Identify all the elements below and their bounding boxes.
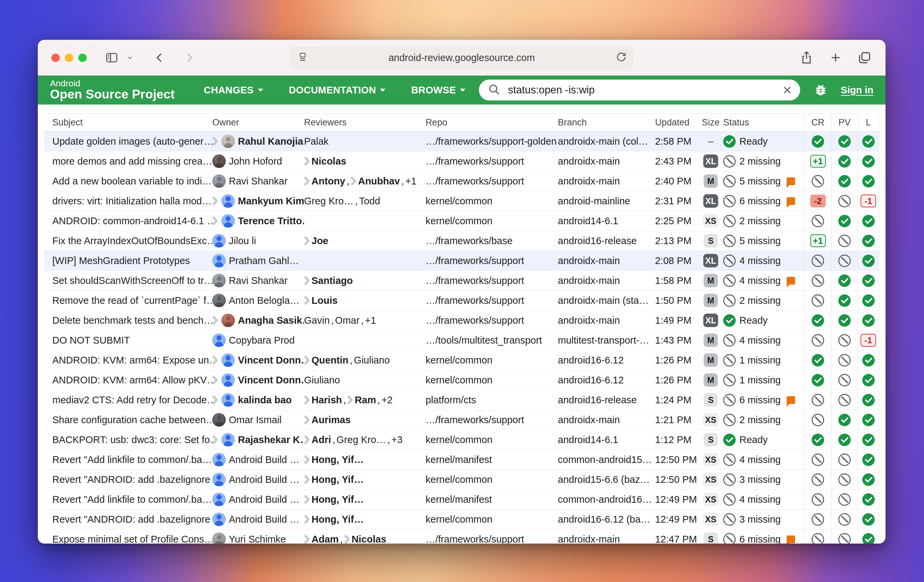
owner-name[interactable]: Android Build … <box>229 494 300 505</box>
change-repo[interactable]: …/frameworks/support <box>426 251 558 270</box>
reviewer-name[interactable]: Anubhav <box>358 176 400 187</box>
close-window-button[interactable] <box>51 54 60 62</box>
change-owner[interactable]: Pratham Gahl… <box>212 251 304 270</box>
reviewer-name[interactable]: Hong, Yif… <box>312 474 364 485</box>
change-owner[interactable]: Mankyum Kim <box>212 191 304 211</box>
table-row[interactable]: ANDROID: KVM: arm64: Expose un… Vincent … <box>44 350 879 370</box>
owner-name[interactable]: Anagha Sasik… <box>238 315 304 326</box>
owner-name[interactable]: Pratham Gahl… <box>229 255 299 266</box>
table-row[interactable]: mediav2 CTS: Add retry for Decode… kalin… <box>44 390 879 410</box>
change-owner[interactable]: Android Build … <box>212 450 304 469</box>
change-repo[interactable]: …/frameworks/support <box>426 151 558 171</box>
change-subject[interactable]: ANDROID: KVM: arm64: Allow pKV… <box>44 370 212 390</box>
owner-name[interactable]: Rajashekar K… <box>238 434 304 446</box>
reviewer-name[interactable]: Todd <box>359 196 380 207</box>
reviewer-name[interactable]: +2 <box>381 395 393 406</box>
table-row[interactable]: Add a new boolean variable to indi… Ravi… <box>44 171 879 191</box>
address-bar[interactable]: android-review.googlesource.com <box>290 46 633 69</box>
change-branch[interactable]: multitest-transport-… <box>558 330 655 350</box>
change-reviewers[interactable]: Hong, Yif… <box>304 450 426 469</box>
owner-name[interactable]: Copybara Prod <box>229 335 295 346</box>
reviewer-name[interactable]: Nicolas <box>351 534 386 544</box>
zoom-window-button[interactable] <box>78 54 87 62</box>
change-repo[interactable]: platform/cts <box>426 390 558 410</box>
table-row[interactable]: Share configuration cache between… Omar … <box>44 410 879 430</box>
table-row[interactable]: BACKPORT: usb: dwc3: core: Set fo… Rajas… <box>44 430 879 450</box>
reviewer-name[interactable]: Adam <box>312 534 339 544</box>
menu-changes[interactable]: CHANGES <box>204 85 263 96</box>
owner-name[interactable]: Android Build … <box>229 474 300 485</box>
table-row[interactable]: Delete benchmark tests and bench… Anagha… <box>44 311 879 330</box>
reviewer-name[interactable]: Palak <box>304 136 329 147</box>
change-reviewers[interactable]: Harish, Ram, +2 <box>304 390 426 410</box>
change-repo[interactable]: …/frameworks/support <box>426 271 558 290</box>
change-owner[interactable]: Ravi Shankar <box>212 271 304 290</box>
reviewer-name[interactable]: Joe <box>312 235 328 247</box>
change-repo[interactable]: …/frameworks/base <box>426 231 558 250</box>
change-reviewers[interactable]: Hong, Yif… <box>304 470 426 489</box>
change-owner[interactable]: Android Build … <box>212 490 304 509</box>
change-reviewers[interactable]: Nicolas <box>304 151 426 171</box>
change-reviewers[interactable]: Palak <box>304 132 426 151</box>
change-subject[interactable]: BACKPORT: usb: dwc3: core: Set fo… <box>44 430 212 449</box>
menu-documentation[interactable]: DOCUMENTATION <box>289 85 386 96</box>
change-subject[interactable]: Set shouldScanWithScreenOff to tr… <box>44 271 212 290</box>
change-owner[interactable]: Terence Tritto… <box>212 211 304 231</box>
table-row[interactable]: Revert "ANDROID: add .bazelignore … Andr… <box>44 510 879 529</box>
table-row[interactable]: Revert "Add linkfile to common/.ba… Andr… <box>44 490 879 510</box>
reviewer-name[interactable]: Antony <box>312 176 345 187</box>
change-branch[interactable]: common-android16… <box>558 490 655 509</box>
change-reviewers[interactable]: Hong, Yif… <box>304 510 426 529</box>
change-subject[interactable]: drivers: virt: Initialization halla mod… <box>44 191 212 211</box>
change-owner[interactable]: Copybara Prod <box>212 330 304 350</box>
change-repo[interactable]: …/frameworks/support-golden <box>426 132 558 151</box>
change-reviewers[interactable]: Antony, Anubhav, +1 <box>304 171 426 191</box>
owner-name[interactable]: Yuri Schimke <box>229 534 286 544</box>
table-row[interactable]: [WIP] MeshGradient Prototypes Pratham Ga… <box>44 251 879 271</box>
change-subject[interactable]: Add a new boolean variable to indi… <box>44 171 212 191</box>
change-branch[interactable]: android-mainline <box>558 191 655 211</box>
table-row[interactable]: Remove the read of `currentPage` f… Anto… <box>44 291 879 311</box>
change-owner[interactable]: Vincent Donn… <box>212 350 304 370</box>
owner-name[interactable]: kalinda bao <box>238 395 292 406</box>
change-branch[interactable]: androidx-main <box>558 529 655 544</box>
change-branch[interactable]: androidx-main <box>558 171 655 191</box>
reviewer-name[interactable]: Adri <box>312 434 331 446</box>
change-reviewers[interactable] <box>304 330 426 350</box>
change-repo[interactable]: kernel/manifest <box>426 450 558 469</box>
change-branch[interactable]: androidx-main <box>558 271 655 290</box>
owner-name[interactable]: Vincent Donn… <box>238 355 304 366</box>
change-reviewers[interactable]: Quentin, Giuliano <box>304 350 426 370</box>
reviewer-name[interactable]: Hong, Yif… <box>312 494 364 505</box>
change-repo[interactable]: …/frameworks/support <box>426 291 558 310</box>
change-repo[interactable]: …/frameworks/support <box>426 410 558 429</box>
change-subject[interactable]: Revert "ANDROID: add .bazelignore … <box>44 510 212 529</box>
change-repo[interactable]: kernel/common <box>426 191 558 211</box>
reviewer-name[interactable]: Nicolas <box>312 156 346 167</box>
change-reviewers[interactable]: Giuliano <box>304 370 426 390</box>
change-branch[interactable]: androidx-main <box>558 410 655 429</box>
change-subject[interactable]: Update golden images (auto-gener… <box>44 132 212 151</box>
change-repo[interactable]: …/frameworks/support <box>426 529 558 544</box>
search-bar[interactable]: status:open -is:wip × <box>479 80 800 100</box>
change-subject[interactable]: Revert "ANDROID: add .bazelignore … <box>44 470 212 489</box>
reviewer-name[interactable]: Hong, Yif… <box>312 454 364 465</box>
change-branch[interactable]: androidx-main <box>558 251 655 270</box>
owner-name[interactable]: Omar Ismail <box>229 414 281 426</box>
change-reviewers[interactable]: Hong, Yif… <box>304 490 426 509</box>
change-reviewers[interactable] <box>304 251 426 270</box>
change-owner[interactable]: Vincent Donn… <box>212 370 304 390</box>
table-row[interactable]: more demos and add missing crea… John Ho… <box>44 151 879 171</box>
change-subject[interactable]: Delete benchmark tests and bench… <box>44 311 212 330</box>
change-owner[interactable]: Android Build … <box>212 510 304 529</box>
change-branch[interactable]: android16-6.12 (ba… <box>558 510 655 529</box>
table-row[interactable]: Update golden images (auto-gener… Rahul … <box>44 132 879 151</box>
reviewer-name[interactable]: +3 <box>391 434 403 446</box>
owner-name[interactable]: Rahul Kanojia <box>238 136 303 147</box>
table-row[interactable]: ANDROID: common-android14-6.1 … Terence … <box>44 211 879 231</box>
sidebar-toggle-button[interactable] <box>104 50 119 65</box>
table-row[interactable]: DO NOT SUBMIT Copybara Prod …/tools/mult… <box>44 330 879 350</box>
reviewer-name[interactable]: Giuliano <box>354 355 390 366</box>
change-repo[interactable]: …/tools/multitest_transport <box>426 330 558 350</box>
change-repo[interactable]: kernel/common <box>426 350 558 370</box>
